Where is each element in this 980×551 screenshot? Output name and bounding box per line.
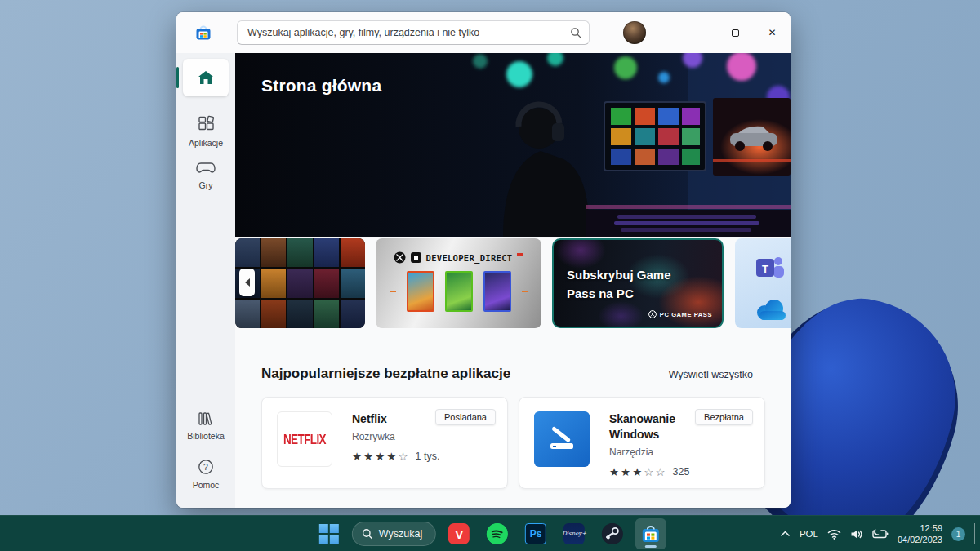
teams-icon: T	[755, 255, 787, 282]
chevron-left-icon	[245, 278, 250, 287]
disney-plus-icon: Disney+	[564, 523, 585, 544]
taskbar-search-button[interactable]: Wyszukaj	[352, 522, 436, 546]
svg-text:?: ?	[203, 462, 208, 472]
app-rating: ★★★★☆ 1 tys.	[352, 449, 439, 464]
onedrive-icon	[753, 299, 791, 322]
spotify-icon	[487, 523, 508, 544]
microsoft-store-icon	[640, 523, 662, 544]
store-logo-icon	[194, 24, 212, 42]
page-title: Strona główna	[261, 76, 381, 96]
sidebar-item-games[interactable]: Gry	[176, 160, 235, 190]
app-rating-count: 1 tys.	[416, 451, 440, 462]
carousel-prev-button[interactable]	[239, 269, 255, 296]
close-button[interactable]: ✕	[754, 12, 791, 53]
xbox-sphere-icon	[648, 310, 657, 318]
search-icon	[570, 27, 581, 38]
sidebar-item-home[interactable]	[183, 59, 229, 96]
section-header: Najpopularniejsze bezpłatne aplikacje Wy…	[261, 366, 753, 382]
taskbar-app-spotify[interactable]	[482, 518, 513, 549]
taskbar-search-label: Wyszukaj	[379, 528, 422, 540]
game-poster	[407, 271, 434, 312]
maximize-button[interactable]	[717, 12, 754, 53]
orange-dash-decor	[522, 291, 528, 292]
sidebar-item-label: Gry	[199, 180, 213, 190]
store-content: Strona główna	[235, 53, 791, 508]
taskbar-app-microsoft-store[interactable]	[635, 518, 666, 549]
sidebar-item-library[interactable]: Biblioteka	[176, 411, 235, 441]
photoshop-icon: Ps	[525, 523, 546, 544]
windows-scan-logo	[534, 411, 590, 467]
search-icon	[362, 528, 373, 540]
orange-dash-decor	[390, 291, 396, 292]
scanner-icon	[544, 421, 580, 457]
show-desktop-button[interactable]	[974, 523, 975, 544]
desktop: ✕ Aplikacje	[0, 0, 980, 551]
account-avatar[interactable]	[623, 21, 646, 44]
taskbar-app-photoshop[interactable]: Ps	[520, 518, 551, 549]
xbox-logo-icon	[394, 251, 406, 264]
app-badge: Posiadana	[435, 409, 496, 425]
start-button[interactable]	[314, 518, 345, 549]
red-dash-decor	[517, 253, 523, 256]
developer-direct-logo-icon	[411, 252, 421, 263]
section-title: Najpopularniejsze bezpłatne aplikacje	[261, 366, 510, 382]
carousel-card-gamepass[interactable]: Subskrybuj Game Pass na PC PC GAME PASS	[552, 238, 724, 328]
wifi-icon[interactable]	[827, 529, 841, 540]
tray-time: 12:59	[898, 522, 942, 534]
see-all-link[interactable]: Wyświetl wszystko	[669, 369, 753, 380]
app-badge: Bezpłatna	[695, 409, 753, 425]
tray-chevron-button[interactable]	[780, 531, 791, 537]
game-poster	[445, 271, 473, 312]
sidebar-selected-indicator	[176, 67, 179, 88]
maximize-icon	[732, 29, 739, 37]
help-icon: ?	[197, 458, 215, 476]
app-card-windows-scan[interactable]: Skanowanie Windows Narzędzia ★★★☆☆ 325 B…	[519, 397, 765, 489]
app-card-netflix[interactable]: NETFLIX Netflix Rozrywka ★★★★☆ 1 tys. Po…	[261, 397, 508, 489]
sidebar-item-apps[interactable]: Aplikacje	[176, 114, 235, 148]
carousel-card-microsoft-365[interactable]: T	[735, 238, 791, 328]
developer-direct-title: DEVELOPER_DIRECT	[426, 253, 513, 263]
carousel: DEVELOPER_DIRECT Subskrybuj Game Pa	[235, 238, 791, 328]
battery-saver-icon[interactable]	[872, 529, 889, 539]
svg-text:T: T	[762, 263, 768, 275]
microsoft-store-window: ✕ Aplikacje	[176, 12, 791, 508]
volume-icon[interactable]	[850, 529, 863, 540]
netflix-logo: NETFLIX	[277, 411, 332, 467]
language-indicator[interactable]: POL	[800, 529, 818, 539]
taskbar-clock[interactable]: 12:59 04/02/2023	[898, 522, 942, 546]
sidebar-item-label: Biblioteka	[187, 431, 225, 441]
store-search-input[interactable]	[237, 20, 590, 45]
taskbar-app-vivaldi[interactable]: V	[443, 518, 474, 549]
titlebar: ✕	[176, 12, 791, 53]
windows-logo-icon	[319, 524, 339, 544]
sidebar-item-label: Aplikacje	[189, 138, 223, 148]
home-icon	[197, 69, 215, 87]
gamepad-icon	[195, 160, 216, 176]
sidebar-item-label: Pomoc	[193, 480, 220, 490]
minimize-button[interactable]	[680, 12, 717, 53]
tray-date: 04/02/2023	[898, 534, 942, 545]
app-rating-stars: ★★★★☆	[352, 449, 410, 464]
hero-banner[interactable]: Strona główna	[235, 53, 791, 237]
app-title: Netflix	[352, 411, 439, 427]
sidebar-item-help[interactable]: ? Pomoc	[176, 458, 235, 490]
pc-game-pass-logo: PC GAME PASS	[648, 310, 712, 318]
vivaldi-icon: V	[448, 523, 470, 544]
app-rating-count: 325	[673, 466, 690, 478]
taskbar-app-disney-plus[interactable]: Disney+	[559, 518, 590, 549]
app-rating-stars: ★★★☆☆	[609, 464, 667, 479]
apps-icon	[196, 114, 216, 134]
taskbar-app-steam[interactable]	[597, 518, 628, 549]
app-rating: ★★★☆☆ 325	[609, 464, 701, 479]
notification-badge[interactable]: 1	[951, 527, 965, 541]
library-icon	[196, 411, 216, 427]
system-tray: POL 12:59 04/02/2023 1	[780, 516, 975, 551]
app-title: Skanowanie Windows	[609, 411, 701, 442]
gamepass-title: Subskrybuj Game Pass na PC	[567, 266, 671, 303]
close-icon: ✕	[768, 27, 776, 38]
sidebar: Aplikacje Gry Biblioteka ?	[176, 53, 235, 508]
taskbar: Wyszukaj V Ps Disney+	[0, 515, 980, 551]
minimize-icon	[695, 33, 703, 33]
carousel-card-developer-direct[interactable]: DEVELOPER_DIRECT	[376, 238, 541, 328]
window-controls: ✕	[680, 12, 791, 53]
